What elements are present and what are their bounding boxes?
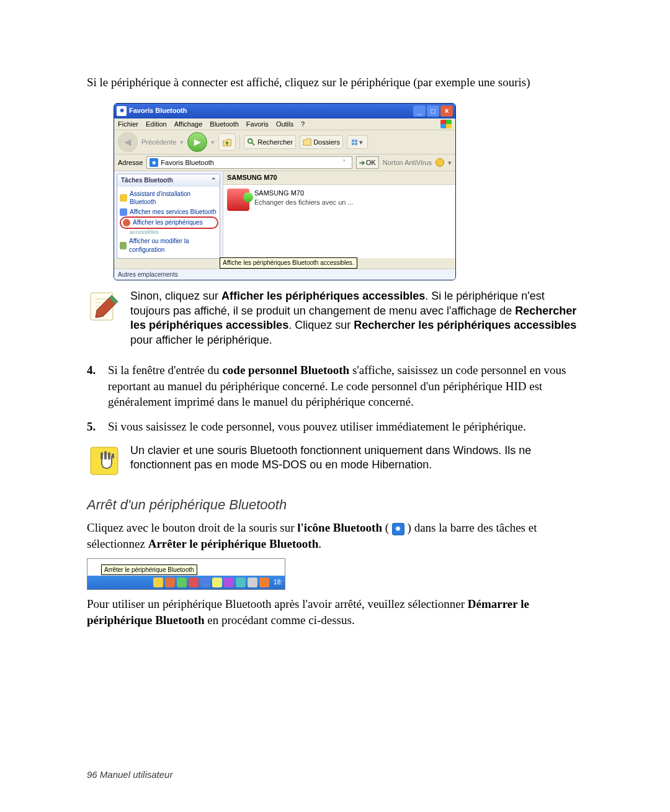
bluetooth-icon: ⁕ [117,106,127,116]
step-5-text: Si vous saisissez le code personnel, vou… [108,419,583,435]
menu-tools[interactable]: Outils [276,120,293,129]
toolbar: ◄ Précédente ▾ ► ▾ Rechercher Dossiers [114,130,455,154]
pen-note-icon [87,289,122,324]
tray-icon[interactable] [200,578,210,587]
chevron-down-icon[interactable]: ˅ [339,158,349,167]
address-input[interactable]: ⁕ Favoris Bluetooth ˅ [146,156,352,169]
task-assistant[interactable]: Assistant d'installation Bluetooth [120,189,218,207]
menu-view[interactable]: Affichage [174,120,203,129]
other-places-header: Autres emplacements [114,269,455,280]
restart-instruction: Pour utiliser un périphérique Bluetooth … [87,596,583,628]
svg-line-1 [252,143,254,145]
address-bar: Adresse ⁕ Favoris Bluetooth ˅ ➔ OK Norto… [114,154,455,171]
task-show-devices-line2: accessibles [130,228,218,236]
close-button[interactable]: × [440,105,453,117]
folders-label: Dossiers [313,138,340,147]
window-title: Favoris Bluetooth [129,106,187,115]
device-subtitle: Echanger des fichiers avec un ... [254,198,354,207]
norton-icon[interactable] [436,158,444,167]
xp-titlebar: ⁕ Favoris Bluetooth _ □ × [114,104,455,118]
step-list: 4. Si la fenêtre d'entrée du code person… [87,362,583,435]
maximize-button[interactable]: □ [427,105,439,117]
up-button[interactable] [218,133,236,151]
bluetooth-icon: ⁕ [150,158,158,167]
search-label: Rechercher [257,138,293,147]
task-configuration[interactable]: Afficher ou modifier la configuration [120,236,218,254]
tray-clock: 18: [274,578,282,587]
address-label: Adresse [118,158,143,167]
collapse-icon[interactable]: ⌃ [211,176,216,185]
back-label: Précédente [141,138,176,147]
taskbar-tooltip: Arrêter le périphérique Bluetooth [101,564,197,576]
address-value: Favoris Bluetooth [161,158,214,167]
device-icon [227,189,249,211]
caution-text: Un clavier et une souris Bluetooth fonct… [130,444,583,478]
tasks-header: Tâches Bluetooth [121,176,173,185]
tray-icon[interactable] [165,578,175,587]
column-header: SAMSUNG M70 [223,171,455,185]
device-title: SAMSUNG M70 [254,189,354,198]
taskbar-screenshot: Arrêter le périphérique Bluetooth 18: [87,558,285,591]
note-caution: Un clavier et une souris Bluetooth fonct… [87,444,583,478]
menu-bluetooth[interactable]: Bluetooth [210,120,238,129]
page-footer: 96 Manuel utilisateur [87,769,172,781]
tooltip: Affiche les périphériques Bluetooth acce… [220,257,357,269]
intro-paragraph: Si le périphérique à connecter est affic… [87,74,583,91]
bluetooth-tray-icon: ⁕ [392,523,404,535]
device-item[interactable]: SAMSUNG M70 Echanger des fichiers avec u… [223,185,455,215]
windows-flag-icon [440,120,452,128]
forward-button[interactable]: ► [187,132,207,152]
section-heading: Arrêt d'un périphérique Bluetooth [87,496,583,514]
tray-icon[interactable] [212,578,222,587]
system-tray: 18: [87,576,285,589]
tray-icon[interactable] [259,578,269,587]
minimize-button[interactable]: _ [413,105,426,117]
step-number: 5. [87,419,108,435]
note-tip: Sinon, cliquez sur Afficher les périphér… [87,289,583,347]
step-number: 4. [87,362,108,410]
menu-bar: Fichier Edition Affichage Bluetooth Favo… [114,118,455,131]
svg-point-0 [248,139,252,143]
menu-help[interactable]: ? [301,120,305,129]
back-button[interactable]: ◄ [118,132,138,152]
tray-icon[interactable] [153,578,163,587]
note-text: Sinon, cliquez sur Afficher les périphér… [130,289,583,347]
menu-file[interactable]: Fichier [118,120,138,129]
tray-icon[interactable] [224,578,234,587]
menu-edit[interactable]: Edition [146,120,167,129]
tasks-panel: Tâches Bluetooth ⌃ Assistant d'installat… [117,174,220,259]
tray-icon[interactable] [189,578,199,587]
tray-icon[interactable] [248,578,257,587]
go-button[interactable]: ➔ OK [356,156,379,169]
search-button[interactable]: Rechercher [244,135,296,149]
norton-label: Norton AntiVirus [383,158,432,167]
hand-caution-icon [87,444,122,478]
ok-label: OK [366,158,376,167]
views-button[interactable]: ▾ [347,135,368,149]
menu-favorites[interactable]: Favoris [246,120,269,129]
tray-icon[interactable] [177,578,187,587]
tray-icon[interactable] [236,578,246,587]
task-my-services[interactable]: Afficher mes services Bluetooth [120,207,218,217]
xp-window-screenshot: ⁕ Favoris Bluetooth _ □ × Fichier Editio… [114,103,456,281]
folders-button[interactable]: Dossiers [300,135,343,149]
step-4-text: Si la fenêtre d'entrée du code personnel… [108,362,583,410]
stop-instruction: Cliquez avec le bouton droit de la souri… [87,520,583,551]
